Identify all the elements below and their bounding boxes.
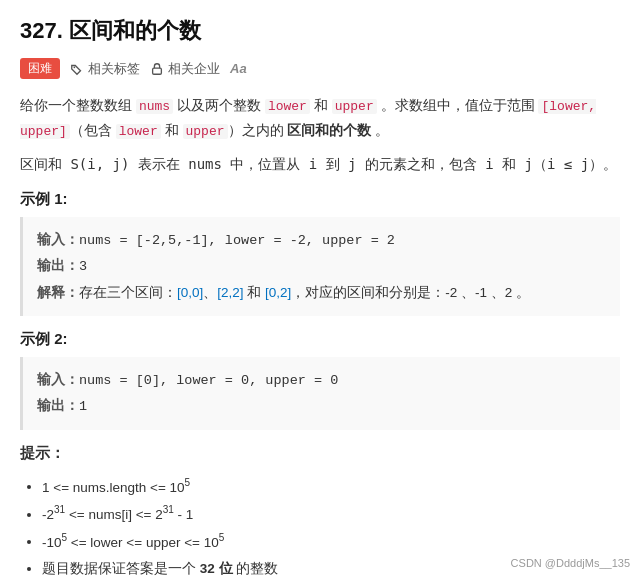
hints-title: 提示： [20, 444, 620, 463]
description: 给你一个整数数组 nums 以及两个整数 lower 和 upper 。求数组中… [20, 93, 620, 144]
tag-icon [70, 62, 84, 76]
related-company-link[interactable]: 相关企业 [150, 60, 220, 78]
example2-block: 输入：nums = [0], lower = 0, upper = 0 输出：1 [20, 357, 620, 430]
example2-title: 示例 2: [20, 330, 620, 349]
hint-item-2: -231 <= nums[i] <= 231 - 1 [42, 500, 620, 528]
footer-credit: CSDN @DdddjMs__135 [511, 557, 630, 569]
page-title: 327. 区间和的个数 [20, 16, 620, 46]
related-tags-link[interactable]: 相关标签 [70, 60, 140, 78]
difficulty-tag[interactable]: 困难 [20, 58, 60, 79]
example1-title: 示例 1: [20, 190, 620, 209]
svg-point-0 [74, 66, 76, 68]
svg-rect-1 [153, 68, 162, 74]
lock-icon [150, 62, 164, 76]
example1-block: 输入：nums = [-2,5,-1], lower = -2, upper =… [20, 217, 620, 316]
hint-item-3: -105 <= lower <= upper <= 105 [42, 528, 620, 556]
tags-row: 困难 相关标签 相关企业 Aa [20, 58, 620, 79]
hint-item-1: 1 <= nums.length <= 105 [42, 473, 620, 501]
font-toggle[interactable]: Aa [230, 61, 247, 76]
math-formula: 区间和 S(i, j) 表示在 nums 中，位置从 i 到 j 的元素之和，包… [20, 156, 620, 174]
